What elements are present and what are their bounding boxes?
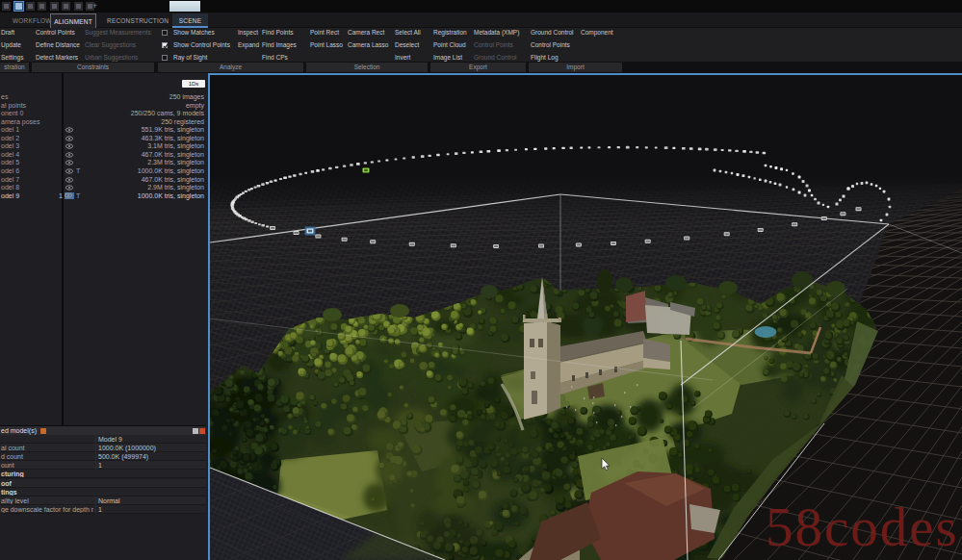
svg-text:58codes: 58codes xyxy=(766,496,959,557)
